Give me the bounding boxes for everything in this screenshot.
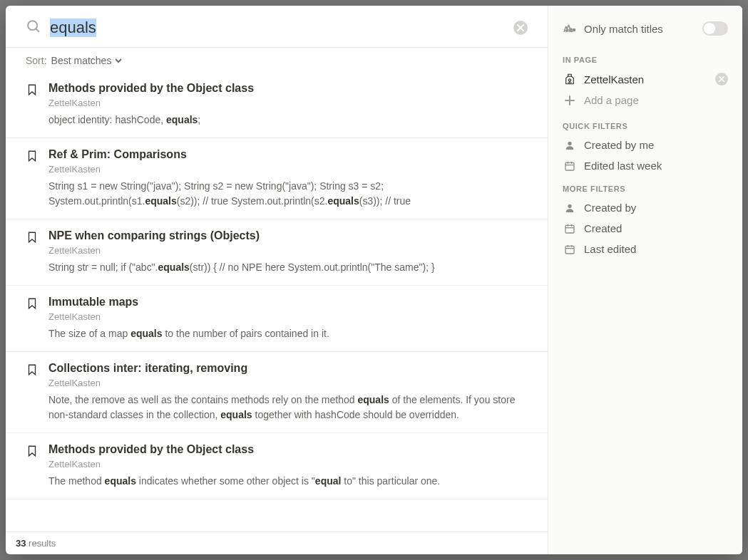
page-icon — [563, 73, 577, 85]
filter-label: Created by — [584, 202, 636, 214]
result-body: Methods provided by the Object classZett… — [48, 443, 528, 489]
filter-label: Last edited — [584, 243, 636, 255]
search-input[interactable] — [50, 19, 513, 37]
result-title: NPE when comparing strings (Objects) — [48, 229, 528, 242]
result-body: Collections inter: iterating, removingZe… — [48, 362, 528, 422]
search-bar — [6, 6, 548, 48]
plus-icon — [563, 95, 577, 106]
bookmark-icon — [26, 83, 41, 128]
filter-label: Created — [584, 222, 622, 234]
filter-last-edited[interactable]: Last edited — [558, 239, 732, 259]
result-snippet: String s1 = new String("java"); String s… — [48, 179, 528, 209]
search-result[interactable]: NPE when comparing strings (Objects)Zett… — [6, 219, 548, 286]
result-body: Ref & Prim: ComparisonsZettelKastenStrin… — [48, 148, 528, 209]
sort-value: Best matches — [51, 55, 112, 66]
svg-rect-18 — [565, 225, 574, 233]
result-breadcrumb: ZettelKasten — [48, 378, 528, 388]
search-result[interactable]: Immutable mapsZettelKastenThe size of a … — [6, 286, 548, 352]
sort-select[interactable]: Best matches — [51, 55, 123, 66]
result-snippet: Note, the remove as well as the contains… — [48, 393, 528, 422]
search-icon — [26, 19, 41, 37]
remove-page-filter-button[interactable] — [715, 73, 728, 85]
result-snippet: The method equals indicates whether some… — [48, 474, 528, 489]
result-breadcrumb: ZettelKasten — [48, 245, 528, 256]
add-page-label: Add a page — [584, 94, 639, 106]
only-match-titles-row: Aa Only match titles — [558, 19, 732, 47]
filter-label: Edited last week — [584, 160, 662, 172]
calendar-icon — [563, 244, 577, 255]
result-breadcrumb: ZettelKasten — [48, 98, 528, 108]
result-snippet: String str = null; if ("abc".equals(str)… — [48, 260, 528, 275]
result-title: Ref & Prim: Comparisons — [48, 148, 528, 161]
bookmark-icon — [26, 150, 41, 209]
only-match-titles-label: Only match titles — [584, 23, 663, 35]
result-title: Immutable maps — [48, 296, 528, 308]
clear-search-button[interactable] — [513, 21, 528, 35]
results-suffix: results — [26, 538, 56, 549]
result-body: Methods provided by the Object classZett… — [48, 82, 528, 128]
person-icon — [563, 140, 577, 151]
result-body: Immutable mapsZettelKastenThe size of a … — [48, 296, 528, 341]
result-snippet: object identity: hashCode, equals; — [48, 113, 528, 128]
text-format-icon: Aa — [563, 22, 577, 35]
filters-sidebar: Aa Only match titles IN PAGE ZettelKaste… — [548, 6, 742, 554]
bookmark-icon — [26, 445, 41, 489]
filter-created-by-me[interactable]: Created by me — [558, 135, 732, 155]
filter-created-by[interactable]: Created by — [558, 197, 732, 218]
bookmark-icon — [26, 363, 41, 422]
svg-point-12 — [568, 141, 571, 145]
person-icon — [563, 202, 577, 214]
result-breadcrumb: ZettelKasten — [48, 311, 528, 322]
more-filters-section-label: MORE FILTERS — [558, 176, 732, 197]
add-page-button[interactable]: Add a page — [558, 90, 732, 113]
filter-label: Created by me — [584, 139, 654, 151]
svg-rect-22 — [565, 246, 574, 254]
in-page-section-label: IN PAGE — [558, 47, 732, 68]
quick-filters-section-label: QUICK FILTERS — [558, 113, 732, 135]
result-breadcrumb: ZettelKasten — [48, 164, 528, 175]
result-breadcrumb: ZettelKasten — [48, 459, 528, 470]
result-snippet: The size of a map equals to the number o… — [48, 326, 528, 341]
search-left-pane: Sort: Best matches Methods provided by t… — [6, 6, 548, 554]
calendar-icon — [563, 223, 577, 234]
sort-label: Sort: — [26, 55, 47, 66]
result-title: Collections inter: iterating, removing — [48, 362, 528, 375]
search-result[interactable]: Methods provided by the Object classZett… — [6, 72, 548, 138]
result-body: NPE when comparing strings (Objects)Zett… — [48, 229, 528, 275]
chevron-down-icon — [114, 56, 123, 65]
results-footer: 33 results — [6, 532, 548, 554]
results-count: 33 — [16, 538, 26, 549]
filter-created[interactable]: Created — [558, 218, 732, 239]
svg-rect-13 — [565, 162, 574, 170]
bookmark-icon — [26, 297, 41, 341]
search-result[interactable]: Methods provided by the Object classZett… — [6, 433, 548, 499]
search-modal: Sort: Best matches Methods provided by t… — [6, 6, 742, 554]
sort-row: Sort: Best matches — [6, 48, 548, 72]
results-list[interactable]: Methods provided by the Object classZett… — [6, 72, 548, 532]
page-filter-tag[interactable]: ZettelKasten — [558, 68, 732, 90]
result-title: Methods provided by the Object class — [48, 82, 528, 95]
calendar-icon — [563, 160, 577, 172]
result-title: Methods provided by the Object class — [48, 443, 528, 456]
svg-line-1 — [36, 28, 39, 31]
page-filter-name: ZettelKasten — [584, 73, 644, 85]
search-result[interactable]: Collections inter: iterating, removingZe… — [6, 352, 548, 433]
search-result[interactable]: Ref & Prim: ComparisonsZettelKastenStrin… — [6, 138, 548, 219]
svg-point-5 — [568, 79, 570, 81]
bookmark-icon — [26, 231, 41, 275]
svg-point-17 — [568, 204, 571, 207]
filter-edited-last-week[interactable]: Edited last week — [558, 155, 732, 176]
svg-text:Aa: Aa — [563, 25, 573, 33]
only-match-titles-toggle[interactable] — [702, 21, 728, 36]
